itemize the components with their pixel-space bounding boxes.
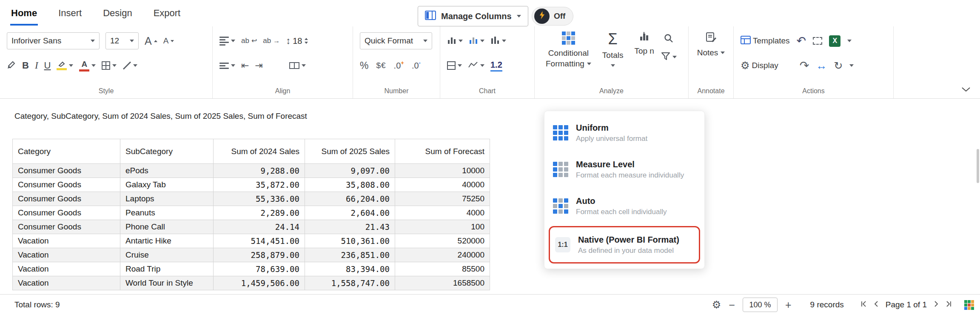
zoom-out-button[interactable]: − [729,300,735,310]
cell-category[interactable]: Consumer Goods [13,164,120,178]
cell-category[interactable]: Consumer Goods [13,178,120,192]
previous-page-button[interactable] [873,300,880,310]
cell-2025[interactable]: 83,394.00 [305,262,395,276]
vertical-scrollbar-thumb[interactable] [977,149,979,183]
decrease-decimal-button[interactable]: .0- [412,61,421,70]
cell-2025[interactable]: 9,097.00 [305,164,395,178]
menu-item-native-powerbi[interactable]: 1:1 Native (Power BI Format) As defined … [549,226,700,263]
cell-forecast[interactable]: 1658500 [395,276,490,290]
cell-2024[interactable]: 2,289.00 [214,206,305,220]
fill-color-button[interactable] [57,61,73,70]
overflow-text-button[interactable]: ab → [263,37,280,45]
cell-2024[interactable]: 514,451.00 [214,234,305,248]
chevron-down-icon[interactable] [849,64,854,67]
row-height-control[interactable]: ↕ 18 [286,36,308,46]
cell-2024[interactable]: 9,288.00 [214,164,305,178]
power-toggle[interactable]: Off [532,7,573,26]
italic-button[interactable]: I [35,60,38,71]
menu-item-uniform[interactable]: Uniform Apply universal format [544,115,704,151]
table-row[interactable]: Vacation Antartic Hike 514,451.00 510,36… [13,234,490,248]
col-header-forecast[interactable]: Sum of Forecast [395,139,490,164]
cell-forecast[interactable]: 40000 [395,178,490,192]
cell-category[interactable]: Consumer Goods [13,220,120,234]
cell-category[interactable]: Vacation [13,248,120,262]
cell-subcategory[interactable]: Phone Call [120,220,214,234]
menu-item-auto[interactable]: Auto Format each cell individually [544,188,704,224]
tab-home[interactable]: Home [10,1,38,26]
cell-category[interactable]: Consumer Goods [13,206,120,220]
cell-2025[interactable]: 35,808.00 [305,178,395,192]
chart-type-button[interactable] [447,36,463,46]
decrease-font-button[interactable]: A [163,36,174,46]
percent-format-button[interactable]: % [360,60,368,72]
undo-button[interactable]: ↶ [797,35,806,47]
merge-cells-button[interactable] [289,62,306,69]
sparkline-button[interactable] [468,61,484,70]
chart-variant-button[interactable] [469,36,484,46]
increase-indent-icon[interactable]: ⇥ [255,61,262,70]
excel-export-button[interactable]: X [829,35,840,47]
cell-category[interactable]: Consumer Goods [13,192,120,206]
cell-subcategory[interactable]: World Tour in Style [120,276,214,290]
cell-2024[interactable]: 55,336.00 [214,192,305,206]
zoom-level-box[interactable]: 100 % [743,298,778,312]
underline-button[interactable]: U [44,60,51,71]
cell-subcategory[interactable]: Antartic Hike [120,234,214,248]
col-header-2024-sales[interactable]: Sum of 2024 Sales [214,139,305,164]
tab-export[interactable]: Export [153,1,182,26]
first-page-button[interactable] [860,300,868,310]
filter-button[interactable] [661,52,677,62]
col-header-category[interactable]: Category [13,139,120,164]
cell-subcategory[interactable]: Laptops [120,192,214,206]
next-page-button[interactable] [932,300,940,310]
font-color-button[interactable]: A [79,60,96,72]
bold-button[interactable]: B [22,60,29,71]
display-button[interactable]: ⚙ Display [741,60,778,71]
notes-button[interactable]: Notes [693,30,729,60]
format-painter-button[interactable] [7,60,16,71]
wrap-text-button[interactable]: ab ↩ [241,37,257,45]
collapse-ribbon-chevron-icon[interactable] [961,86,971,94]
font-family-select[interactable]: Inforiver Sans [7,32,100,49]
cell-forecast[interactable]: 4000 [395,206,490,220]
top-n-button[interactable]: Top n [630,30,658,58]
redo-button[interactable]: ↷ [800,60,809,72]
cell-category[interactable]: Vacation [13,262,120,276]
cell-2024[interactable]: 258,879.00 [214,248,305,262]
number-precision-button[interactable]: 1.2 [490,60,502,72]
conditional-formatting-button[interactable]: Conditional Formatting [541,30,595,71]
chevron-down-icon[interactable] [847,40,852,42]
table-row[interactable]: Consumer Goods Laptops 55,336.00 66,204.… [13,192,490,206]
tab-insert[interactable]: Insert [57,1,83,26]
refresh-button[interactable]: ↻ [834,60,843,71]
cell-2025[interactable]: 236,851.00 [305,248,395,262]
cell-category[interactable]: Vacation [13,276,120,290]
increase-decimal-button[interactable]: .0+ [394,61,404,70]
chart-style-button[interactable] [490,36,506,46]
vertical-align-button[interactable] [219,63,235,69]
table-row[interactable]: Consumer Goods ePods 9,288.00 9,097.00 1… [13,164,490,178]
last-page-button[interactable] [945,300,952,310]
table-row[interactable]: Consumer Goods Peanuts 2,289.00 2,604.00… [13,206,490,220]
table-row[interactable]: Vacation Cruise 258,879.00 236,851.00 24… [13,248,490,262]
quick-format-select[interactable]: Quick Format [360,32,432,49]
cell-2025[interactable]: 2,604.00 [305,206,395,220]
cell-2025[interactable]: 510,361.00 [305,234,395,248]
currency-format-button[interactable]: $€ [376,61,386,70]
cell-category[interactable]: Vacation [13,234,120,248]
cell-2024[interactable]: 1,459,506.00 [214,276,305,290]
fit-width-button[interactable]: ↔ [816,60,827,71]
table-row[interactable]: Consumer Goods Galaxy Tab 35,872.00 35,8… [13,178,490,192]
cell-2024[interactable]: 24.14 [214,220,305,234]
row-height-stepper[interactable] [305,38,308,44]
table-row[interactable]: Consumer Goods Phone Call 24.14 21.43 10… [13,220,490,234]
manage-columns-button[interactable]: Manage Columns [418,6,528,26]
cell-subcategory[interactable]: Galaxy Tab [120,178,214,192]
table-row[interactable]: Vacation Road Trip 78,639.00 83,394.00 8… [13,262,490,276]
cell-subcategory[interactable]: Road Trip [120,262,214,276]
cell-subcategory[interactable]: Cruise [120,248,214,262]
cell-forecast[interactable]: 240000 [395,248,490,262]
menu-item-measure-level[interactable]: Measure Level Format each measure indivi… [544,151,704,188]
borders-button[interactable] [102,61,117,70]
col-header-2025-sales[interactable]: Sum of 2025 Sales [305,139,395,164]
